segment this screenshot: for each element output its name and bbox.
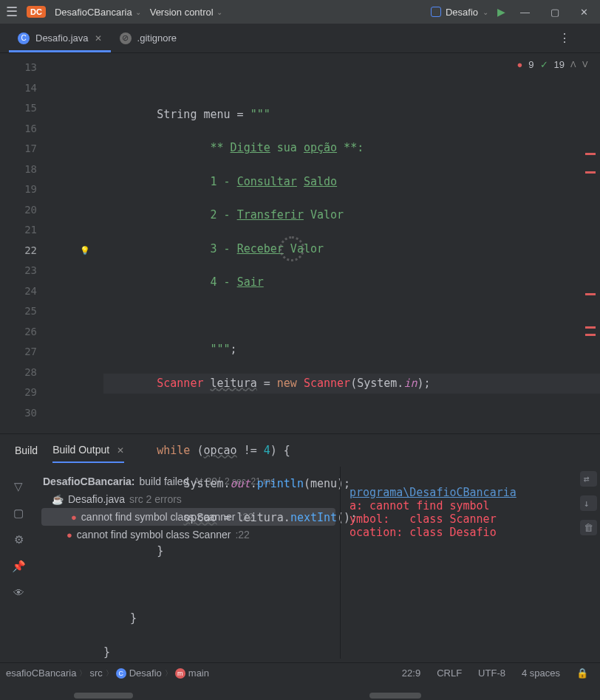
prev-icon[interactable]: ᐱ [570, 60, 576, 69]
close-icon[interactable]: ✕ [95, 33, 102, 44]
error-mark[interactable] [585, 153, 596, 155]
titlebar: ☰ DC DesafioCBancaria ⌄ Version control … [0, 0, 600, 24]
crumb-item[interactable]: esafioCBancaria [6, 668, 76, 679]
line-number: 27 [0, 342, 37, 363]
gitignore-icon: ⊘ [120, 32, 132, 44]
crumb-item[interactable]: src [89, 668, 102, 679]
check-icon: ✓ [540, 59, 548, 70]
editor-tabs: C Desafio.java ✕ ⊘ .gitignore ⋮ [0, 24, 600, 53]
stop-icon[interactable]: ▢ [13, 507, 24, 520]
softwrap-icon[interactable]: ⇄ [580, 471, 597, 487]
loading-spinner-icon [279, 236, 300, 257]
tab-label: .gitignore [137, 32, 177, 44]
scroll-end-icon[interactable]: ↓ [580, 495, 597, 511]
java-icon: ☕ [52, 494, 64, 505]
output-line: ymbol: class Scanner [350, 512, 497, 526]
line-number: 28 [0, 363, 37, 383]
build-sidebar: ▽ ▢ ⚙ 📌 👁 [0, 434, 37, 662]
tab-label: Desafio.java [35, 32, 89, 44]
error-icon: ● [67, 529, 72, 541]
chevron-down-icon: ⌄ [217, 8, 222, 16]
output-actions: ⇄ ↓ 🗑 [580, 471, 597, 535]
eye-icon[interactable]: 👁 [13, 586, 24, 599]
warning-count: 19 [554, 59, 565, 70]
minimize-button[interactable]: — [514, 7, 536, 18]
editor[interactable]: 13 14 15 16 17 18 19 20 21 22💡 23 24 25 … [0, 53, 600, 433]
error-mark[interactable] [585, 334, 596, 336]
error-icon: ● [71, 512, 77, 523]
project-badge: DC [27, 6, 46, 18]
tab-desafio[interactable]: C Desafio.java ✕ [9, 27, 111, 50]
error-icon: ● [517, 59, 522, 70]
clear-icon[interactable]: 🗑 [580, 520, 597, 535]
line-number: 23 [0, 261, 37, 281]
tab-gitignore[interactable]: ⊘ .gitignore [111, 27, 185, 50]
line-number: 26 [0, 322, 37, 343]
settings-icon[interactable]: ⚙ [14, 533, 24, 546]
run-icon[interactable]: ▶ [497, 6, 505, 18]
line-number: 19 [0, 179, 37, 200]
class-icon: C [18, 32, 30, 44]
filter-icon[interactable]: ▽ [14, 480, 23, 493]
chevron-right-icon: 〉 [79, 668, 86, 679]
main-menu-icon[interactable]: ☰ [6, 4, 18, 20]
run-config-label: Desafio [446, 7, 478, 18]
line-number: 17 [0, 139, 37, 159]
gutter: 13 14 15 16 17 18 19 20 21 22💡 23 24 25 … [0, 53, 103, 433]
error-bulb-icon[interactable]: 💡 [80, 241, 90, 261]
vcs-label: Version control [150, 7, 214, 18]
line-number: 22💡 [0, 241, 37, 261]
maximize-button[interactable]: ▢ [545, 7, 565, 18]
build-tab[interactable]: Build [15, 439, 38, 462]
line-number: 15 [0, 98, 37, 119]
error-mark[interactable] [585, 293, 596, 295]
scrollbar[interactable] [74, 693, 133, 699]
error-stripe[interactable] [576, 53, 600, 433]
line-number: 24 [0, 281, 37, 302]
tab-more-icon[interactable]: ⋮ [553, 31, 576, 45]
error-count: 9 [528, 59, 533, 70]
line-number: 14 [0, 78, 37, 99]
code-area[interactable]: String menu = """ ** Digite sua opção **… [103, 53, 600, 433]
line-number: 29 [0, 382, 37, 403]
vcs-dropdown[interactable]: Version control ⌄ [150, 7, 222, 18]
build-output[interactable]: programa\DesafioCBancaria a: cannot find… [340, 467, 600, 659]
line-number: 30 [0, 403, 37, 424]
tab-label: Build Output [52, 444, 109, 456]
line-number: 13 [0, 58, 37, 78]
close-button[interactable]: ✕ [574, 7, 594, 18]
chevron-down-icon: ⌄ [483, 8, 488, 16]
error-mark[interactable] [585, 326, 596, 329]
line-number: 21 [0, 220, 37, 241]
chevron-down-icon: ⌄ [135, 8, 141, 16]
line-number: 25 [0, 301, 37, 322]
output-line: ocation: class Desafio [350, 526, 497, 539]
project-dropdown[interactable]: DesafioCBancaria ⌄ [55, 7, 141, 18]
error-mark[interactable] [585, 171, 596, 174]
scrollbar[interactable] [369, 693, 421, 699]
project-name: DesafioCBancaria [55, 7, 132, 18]
app-icon [431, 7, 441, 17]
line-number: 18 [0, 159, 37, 180]
output-link[interactable]: programa\DesafioCBancaria [350, 486, 517, 499]
run-config-dropdown[interactable]: Desafio ⌄ [431, 7, 488, 18]
line-number: 20 [0, 200, 37, 221]
output-line: a: cannot find symbol [350, 499, 490, 512]
pin-icon[interactable]: 📌 [12, 560, 26, 573]
line-number: 16 [0, 119, 37, 140]
